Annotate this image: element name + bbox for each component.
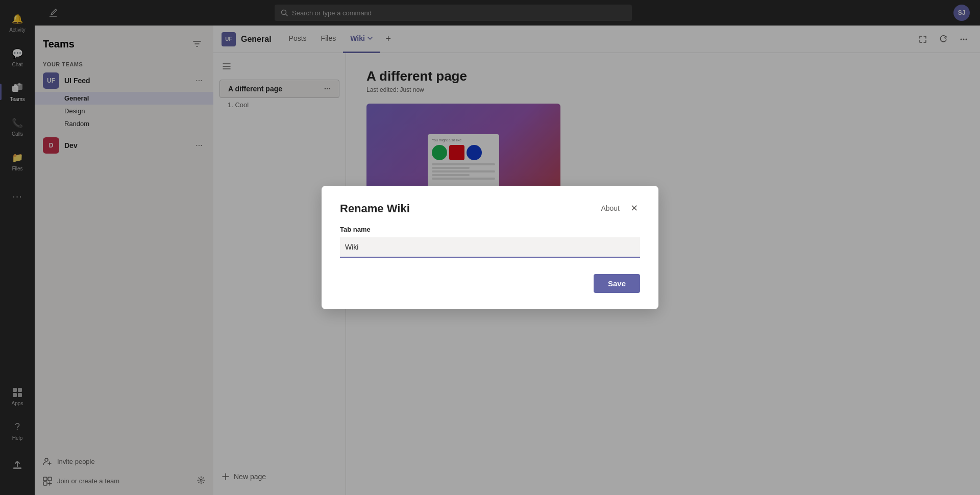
modal-header: Rename Wiki About ✕ <box>340 202 640 215</box>
save-button[interactable]: Save <box>594 274 640 293</box>
modal-title: Rename Wiki <box>340 202 410 215</box>
modal-footer: Save <box>340 274 640 293</box>
about-link[interactable]: About <box>601 204 620 212</box>
rename-wiki-modal: Rename Wiki About ✕ Tab name Save <box>322 186 658 309</box>
modal-close-button[interactable]: ✕ <box>628 202 640 214</box>
modal-header-actions: About ✕ <box>601 202 640 214</box>
field-label: Tab name <box>340 226 640 233</box>
tab-name-input[interactable] <box>340 237 640 258</box>
modal-overlay: Rename Wiki About ✕ Tab name Save <box>0 0 980 495</box>
